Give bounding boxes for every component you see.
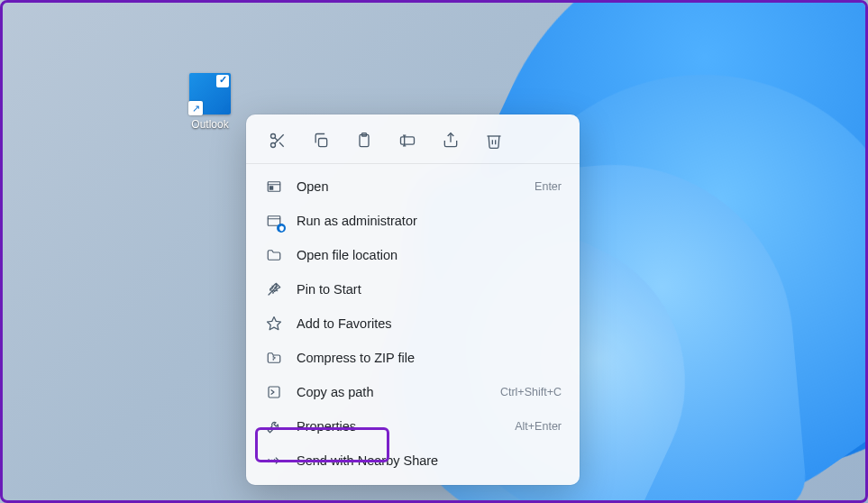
cut-button[interactable] xyxy=(266,129,289,152)
nearby-share-icon xyxy=(264,451,284,471)
copy-path-icon xyxy=(264,382,284,402)
svg-rect-8 xyxy=(401,137,415,144)
menu-item-label: Open xyxy=(297,179,535,194)
menu-item-pin-start[interactable]: Pin to Start xyxy=(246,272,580,306)
outlook-icon: ↗ xyxy=(189,73,231,114)
trash-icon xyxy=(485,132,503,150)
star-icon xyxy=(264,314,284,334)
context-menu: Open Enter Run as administrator Open fil… xyxy=(246,114,580,485)
menu-item-compress-zip[interactable]: Compress to ZIP file xyxy=(246,341,580,375)
quick-actions-row xyxy=(246,122,580,164)
menu-item-label: Properties xyxy=(297,419,515,434)
menu-item-shortcut: Alt+Enter xyxy=(515,420,562,433)
menu-item-shortcut: Ctrl+Shift+C xyxy=(500,386,562,398)
menu-item-properties[interactable]: Properties Alt+Enter xyxy=(246,409,580,444)
folder-icon xyxy=(264,245,284,265)
menu-item-nearby-share[interactable]: Send with Nearby Share xyxy=(246,444,580,478)
menu-item-run-admin[interactable]: Run as administrator xyxy=(246,204,580,238)
wrench-icon xyxy=(264,416,284,436)
menu-item-label: Add to Favorites xyxy=(297,316,562,331)
share-button[interactable] xyxy=(439,129,462,152)
menu-item-add-favorites[interactable]: Add to Favorites xyxy=(246,306,580,341)
menu-item-label: Pin to Start xyxy=(297,282,562,297)
paste-button[interactable] xyxy=(352,129,376,152)
svg-point-0 xyxy=(271,134,276,139)
rename-button[interactable] xyxy=(396,129,419,152)
menu-item-label: Send with Nearby Share xyxy=(297,453,562,468)
svg-line-16 xyxy=(269,291,273,296)
menu-item-shortcut: Enter xyxy=(535,180,562,193)
copy-button[interactable] xyxy=(309,129,333,152)
rename-icon xyxy=(398,132,416,150)
clipboard-icon xyxy=(355,132,373,150)
scissors-icon xyxy=(269,132,287,150)
share-icon xyxy=(442,132,460,150)
svg-line-4 xyxy=(275,138,278,141)
zip-icon xyxy=(264,348,284,368)
menu-item-open[interactable]: Open Enter xyxy=(246,169,580,204)
desktop-icon-label: Outlook xyxy=(183,118,237,131)
shield-admin-icon xyxy=(264,211,284,231)
copy-icon xyxy=(312,132,330,150)
svg-line-3 xyxy=(279,142,284,147)
menu-item-label: Copy as path xyxy=(297,385,500,399)
menu-item-copy-path[interactable]: Copy as path Ctrl+Shift+C xyxy=(246,375,580,409)
svg-marker-17 xyxy=(268,317,281,330)
svg-rect-5 xyxy=(319,139,327,147)
app-window-icon xyxy=(264,177,284,197)
shortcut-overlay-icon: ↗ xyxy=(188,101,203,115)
pin-icon xyxy=(264,279,284,299)
menu-item-label: Run as administrator xyxy=(297,214,562,228)
menu-item-label: Open file location xyxy=(297,248,562,262)
delete-button[interactable] xyxy=(482,129,506,152)
svg-rect-12 xyxy=(270,186,274,190)
menu-item-label: Compress to ZIP file xyxy=(297,351,562,365)
desktop-shortcut-outlook[interactable]: ↗ Outlook xyxy=(183,73,237,131)
menu-item-open-location[interactable]: Open file location xyxy=(246,238,580,272)
svg-point-1 xyxy=(271,143,276,148)
